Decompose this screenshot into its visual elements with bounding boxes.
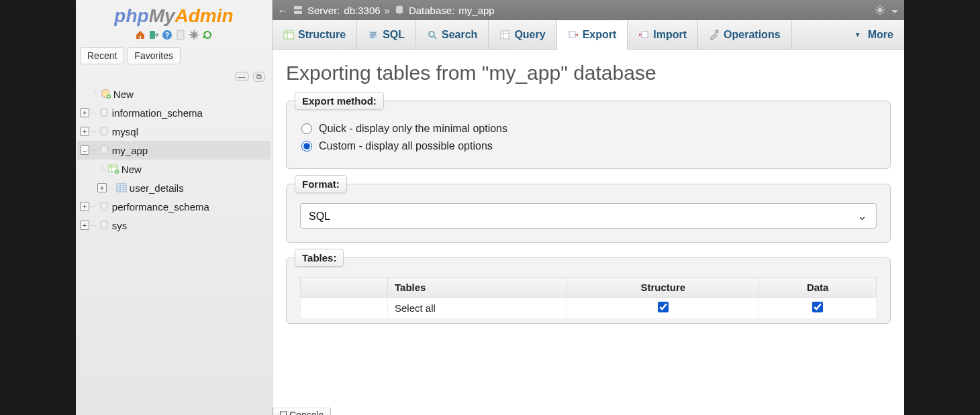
nav-import[interactable]: Import	[628, 20, 698, 49]
svg-rect-15	[294, 6, 302, 9]
select-all-data-checkbox[interactable]	[812, 302, 823, 312]
breadcrumb-server[interactable]: db:3306	[344, 5, 380, 16]
tree-new-db[interactable]: └ New	[77, 84, 271, 103]
tree-label: mysql	[112, 126, 138, 137]
expand-icon[interactable]: +	[80, 127, 89, 136]
col-structure: Structure	[567, 278, 759, 298]
nav-label: Import	[653, 29, 687, 41]
breadcrumb-server-prefix: Server:	[307, 5, 340, 16]
format-select[interactable]: SQL	[300, 203, 877, 229]
tree-label: performance_schema	[112, 201, 209, 213]
nav-sql[interactable]: SQL	[357, 20, 416, 49]
help-icon[interactable]: ?	[162, 29, 173, 40]
sidebar-quick-icons: ?	[76, 28, 272, 44]
nav-export[interactable]: Export	[557, 21, 628, 50]
nav-operations[interactable]: Operations	[698, 20, 791, 49]
svg-rect-3	[177, 30, 184, 40]
nav-back-icon[interactable]: ←	[277, 5, 289, 16]
console-label: Console	[289, 410, 324, 415]
svg-point-4	[191, 32, 197, 38]
console-icon	[280, 412, 287, 415]
export-method-fieldset: Export method: Quick - display only the …	[286, 101, 891, 169]
expand-icon[interactable]: +	[97, 183, 107, 192]
svg-rect-22	[501, 31, 509, 39]
tree-label: information_schema	[112, 107, 203, 119]
export-method-legend: Export method:	[295, 92, 384, 110]
tree-item-my-app[interactable]: – ─ my_app	[77, 141, 271, 160]
col-blank	[301, 278, 388, 298]
logout-icon[interactable]	[148, 29, 159, 40]
search-icon	[427, 29, 438, 40]
tree-item-information-schema[interactable]: + ─ information_schema	[77, 103, 271, 122]
breadcrumb-db[interactable]: my_app	[458, 5, 494, 16]
nav-label: Search	[442, 29, 477, 41]
server-icon	[293, 5, 303, 15]
select-all-structure-checkbox[interactable]	[658, 302, 669, 312]
collapse-icon[interactable]: –	[80, 145, 89, 155]
nav-label: Query	[514, 29, 545, 41]
logo-part-admin: Admin	[175, 5, 234, 26]
console-toggle[interactable]: Console	[273, 408, 331, 415]
svg-point-18	[878, 8, 882, 12]
tree-label: sys	[112, 220, 128, 231]
collapse-top-icon[interactable]	[889, 5, 900, 15]
col-tables: Tables	[388, 278, 567, 298]
reload-icon[interactable]	[202, 29, 213, 40]
link-icon[interactable]: ⧉	[253, 72, 265, 82]
radio-label: Quick - display only the minimal options	[319, 123, 507, 135]
db-icon	[99, 126, 109, 137]
tree-item-my-app-new[interactable]: └ New	[77, 160, 271, 178]
radio-custom[interactable]	[301, 141, 312, 152]
gear-icon[interactable]	[875, 5, 885, 15]
select-all-label[interactable]: Select all	[388, 298, 567, 319]
collapse-all-icon[interactable]: —	[235, 72, 249, 81]
svg-rect-24	[642, 32, 648, 38]
structure-icon	[283, 29, 294, 40]
settings-icon[interactable]	[189, 29, 199, 40]
tables-legend: Tables:	[295, 249, 344, 267]
import-icon	[638, 29, 649, 40]
radio-label: Custom - display all possible options	[319, 140, 493, 152]
top-nav: Structure SQL Search Query Export Import	[273, 20, 904, 50]
svg-rect-19	[284, 31, 293, 39]
tree-item-sys[interactable]: + ─ sys	[77, 216, 271, 235]
sql-icon	[368, 29, 379, 40]
tables-table: Tables Structure Data Select all	[300, 277, 877, 319]
tree-item-performance-schema[interactable]: + ─ performance_schema	[77, 197, 271, 216]
tree-item-mysql[interactable]: + ─ mysql	[77, 122, 271, 141]
nav-search[interactable]: Search	[416, 20, 489, 49]
svg-rect-16	[294, 11, 302, 14]
export-method-custom[interactable]: Custom - display all possible options	[300, 137, 877, 155]
tree-label: my_app	[112, 145, 148, 156]
operations-icon	[709, 29, 720, 40]
new-table-icon	[108, 164, 119, 174]
tab-recent[interactable]: Recent	[80, 47, 124, 64]
docs-icon[interactable]	[175, 29, 186, 40]
tab-favorites[interactable]: Favorites	[127, 47, 181, 64]
nav-query[interactable]: Query	[489, 20, 556, 49]
nav-label: More	[868, 29, 893, 41]
tree-item-user-details[interactable]: + ─ user_details	[77, 178, 271, 197]
nav-label: Structure	[298, 29, 346, 41]
logo-part-my: My	[149, 5, 175, 26]
table-icon	[116, 182, 127, 193]
format-fieldset: Format: SQL	[286, 184, 891, 243]
export-method-quick[interactable]: Quick - display only the minimal options	[300, 120, 877, 137]
nav-more[interactable]: ▼ More	[844, 20, 904, 49]
nav-structure[interactable]: Structure	[273, 20, 357, 49]
logo-part-php: php	[114, 5, 148, 26]
home-icon[interactable]	[135, 29, 146, 40]
new-db-icon	[100, 88, 111, 99]
logo[interactable]: phpMyAdmin	[76, 0, 272, 28]
db-tree: └ New + ─ information_schema + ─ mysql –…	[76, 82, 272, 237]
tree-new-db-label: New	[113, 88, 134, 100]
format-legend: Format:	[295, 175, 347, 193]
expand-icon[interactable]: +	[80, 108, 89, 117]
radio-quick[interactable]	[301, 123, 312, 134]
breadcrumb-sep: »	[385, 5, 390, 16]
expand-icon[interactable]: +	[80, 221, 89, 230]
expand-icon[interactable]: +	[80, 202, 89, 211]
svg-rect-23	[569, 32, 575, 38]
query-icon	[499, 29, 510, 40]
tree-label: user_details	[130, 182, 184, 194]
